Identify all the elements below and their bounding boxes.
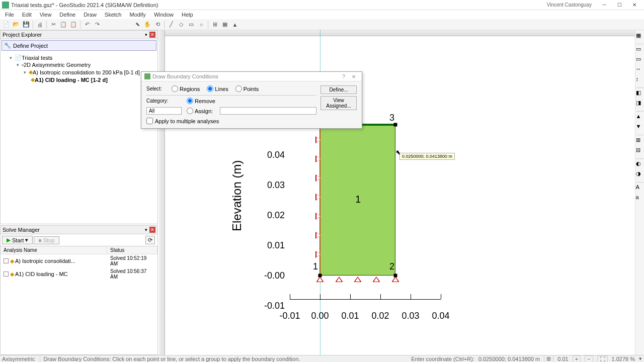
menu-modify[interactable]: Modify (125, 11, 149, 19)
material-icon[interactable]: ▦ (220, 20, 229, 29)
print-icon[interactable]: 🖨 (35, 20, 44, 29)
close-button[interactable]: ✕ (627, 1, 642, 10)
draw-line-icon[interactable]: ╱ (167, 20, 176, 29)
radio-points[interactable]: Points (235, 85, 259, 92)
tree-node-a1[interactable]: ▾ ◆ A) Isotropic consolidation to 200 kP… (3, 68, 155, 76)
view-assigned-button[interactable]: View Assigned... (320, 96, 357, 110)
apply-multi-checkbox[interactable]: Apply to multiple analyses (146, 118, 316, 124)
assign-select[interactable] (220, 107, 316, 115)
vtb-icon[interactable]: ▦ (636, 32, 644, 40)
open-icon[interactable]: 📂 (12, 20, 21, 29)
wrench-icon: 🔧 (4, 42, 11, 49)
vtb-icon[interactable]: A (636, 184, 644, 192)
bc-icon[interactable]: ▲ (230, 20, 239, 29)
draw-poly-icon[interactable]: ◇ (177, 20, 186, 29)
tree-node-root[interactable]: ▾ 📄 Triaxial tests (3, 54, 155, 61)
checkbox[interactable] (4, 258, 9, 263)
dialog-close-button[interactable]: ✕ (349, 74, 359, 79)
radio-assign-label: Assign: (195, 108, 213, 114)
rotate-icon[interactable]: ⟲ (153, 20, 162, 29)
bc-roller-icon (315, 251, 320, 257)
menu-file[interactable]: File (1, 11, 18, 19)
node-3[interactable] (394, 123, 397, 127)
panel-pin-icon[interactable]: ▾ (143, 32, 149, 38)
dialog-titlebar[interactable]: Draw Boundary Conditions ? ✕ (141, 72, 362, 81)
minimize-button[interactable]: ─ (597, 1, 612, 10)
pointer-icon[interactable]: ⬉ (133, 20, 142, 29)
checkbox[interactable] (4, 272, 9, 277)
category-select[interactable]: All (146, 107, 182, 115)
radio-assign[interactable]: Assign: (187, 108, 213, 114)
bc-roller-icon (315, 213, 320, 219)
menu-draw[interactable]: Draw (79, 11, 101, 19)
stop-button[interactable]: ■ Stop (34, 236, 59, 244)
project-explorer-title: Project Explorer (3, 32, 142, 38)
vtb-icon[interactable]: ◨ (636, 100, 644, 108)
define-project-button[interactable]: 🔧 Define Project (2, 40, 156, 51)
radio-lines[interactable]: Lines (207, 85, 228, 92)
vtb-icon[interactable]: ↔ (636, 66, 644, 74)
mesh-icon[interactable]: ⊞ (210, 20, 219, 29)
tree-toggle-icon[interactable]: ▾ (24, 70, 29, 75)
define-button[interactable]: Define... (320, 85, 357, 94)
panel-close-icon[interactable]: ✕ (149, 227, 155, 233)
x-tick: -0.01 (275, 311, 305, 321)
vtb-icon[interactable]: ▭ (636, 56, 644, 64)
maximize-button[interactable]: ☐ (612, 1, 627, 10)
vtb-icon[interactable]: ▭ (636, 46, 644, 54)
vtb-icon[interactable]: ⊟ (636, 147, 644, 155)
panel-close-icon[interactable]: ✕ (149, 32, 155, 38)
panel-pin-icon[interactable]: ▾ (143, 227, 149, 233)
zoom-dropdown-icon[interactable]: ▾ (639, 355, 642, 362)
menu-help[interactable]: Help (178, 11, 197, 19)
zoom-fit-icon[interactable]: ⛶ (597, 355, 608, 363)
undo-icon[interactable]: ↶ (83, 20, 92, 29)
region-label: 1 (355, 194, 361, 205)
table-row[interactable]: ◆A1) CID loading - MC Solved 10:56:37 AM (1, 267, 157, 281)
menu-edit[interactable]: Edit (18, 11, 36, 19)
col-status[interactable]: Status (107, 246, 157, 254)
vtb-icon[interactable]: ▼ (636, 123, 644, 131)
refresh-button[interactable]: ⟳ (145, 236, 155, 244)
menu-view[interactable]: View (36, 11, 56, 19)
vtb-icon[interactable]: ◑ (636, 170, 644, 178)
vtb-icon[interactable]: ↕ (636, 76, 644, 84)
zoom-in-icon[interactable]: + (573, 355, 581, 363)
menu-sketch[interactable]: Sketch (101, 11, 126, 19)
table-row[interactable]: ◆A) Isotropic consolidati... Solved 10:5… (1, 254, 157, 267)
draw-circle-icon[interactable]: ○ (197, 20, 206, 29)
redo-icon[interactable]: ↷ (93, 20, 102, 29)
bc-base-icon (373, 282, 380, 282)
tree-node-a1b[interactable]: ◆ A1) CID loading - MC [1-2 d] (3, 76, 155, 83)
start-button[interactable]: ▶ Start ▾ (2, 236, 33, 244)
vtb-icon[interactable]: ▲ (636, 113, 644, 121)
solve-table: Analysis Name Status ◆A) Isotropic conso… (0, 246, 158, 355)
solve-manager-title: Solve Manager (3, 227, 142, 233)
zoom-out-icon[interactable]: − (585, 355, 593, 363)
menu-window[interactable]: Window (150, 11, 178, 19)
copy-icon[interactable]: 📋 (59, 20, 68, 29)
radio-remove[interactable]: Remove (187, 98, 215, 104)
dialog-icon (144, 73, 150, 79)
new-icon[interactable]: 📄 (2, 20, 11, 29)
x-tick-mark (411, 294, 411, 299)
grid-icon[interactable]: ⊞ (544, 355, 553, 362)
tree-toggle-icon[interactable]: ▾ (17, 62, 22, 67)
save-icon[interactable]: 💾 (22, 20, 31, 29)
document-icon: 📄 (15, 54, 22, 61)
dialog-help-button[interactable]: ? (339, 74, 349, 79)
vtb-icon[interactable]: ⊞ (636, 137, 644, 145)
radio-regions[interactable]: Regions (172, 85, 200, 92)
tree-node-geom[interactable]: ▾ ▫ 2D Axisymmetric Geometry (3, 61, 155, 68)
cut-icon[interactable]: ✂ (49, 20, 58, 29)
tree-toggle-icon[interactable]: ▾ (10, 55, 15, 60)
draw-bc-dialog: Draw Boundary Conditions ? ✕ Select: Reg… (141, 71, 362, 129)
paste-icon[interactable]: 📋 (69, 20, 78, 29)
draw-rect-icon[interactable]: ▭ (187, 20, 196, 29)
menu-define[interactable]: Define (55, 11, 79, 19)
vtb-icon[interactable]: a (636, 194, 644, 202)
col-analysis-name[interactable]: Analysis Name (1, 246, 107, 254)
pan-icon[interactable]: ✋ (143, 20, 152, 29)
vtb-icon[interactable]: ◐ (636, 160, 644, 168)
vtb-icon[interactable]: ◧ (636, 89, 644, 98)
